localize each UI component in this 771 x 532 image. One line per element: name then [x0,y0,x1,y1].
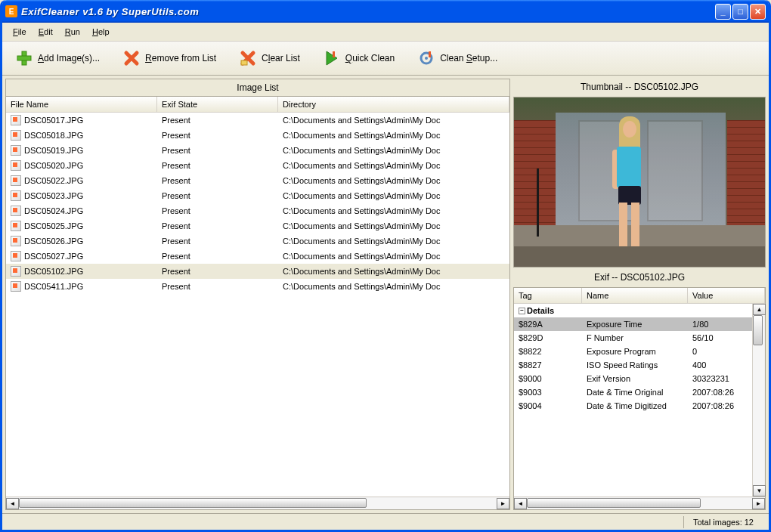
vscroll-track[interactable] [753,315,764,485]
cell-value: 56/10 [688,332,752,343]
scroll-up-button[interactable]: ▲ [753,304,766,315]
right-panel: Thumbnail -- DSC05102.JPG Exif -- DSC051… [513,79,766,510]
menu-run[interactable]: Run [60,26,85,38]
cell-filename: DSC05020.JPG [6,159,157,172]
image-file-icon [11,175,21,186]
titlebar[interactable]: E ExifCleaner v1.6 by SuperUtils.com _ □… [2,0,769,23]
clean-setup-button[interactable]: Clean Setup... [410,46,504,70]
clear-list-button[interactable]: Clear List [232,46,307,70]
svg-rect-6 [429,51,431,57]
add-images-button[interactable]: Add Image(s)... [8,46,107,70]
image-file-icon [11,130,21,141]
exif-row[interactable]: $9003Date & Time Original2007:08:26 [514,385,752,399]
table-row[interactable]: DSC05411.JPGPresentC:\Documents and Sett… [6,279,509,294]
window-controls: _ □ ✕ [715,4,766,20]
cell-tag: $8822 [514,346,582,357]
scroll-track[interactable] [19,498,497,509]
cell-dir: C:\Documents and Settings\Admin\My Doc [278,129,509,141]
play-icon [323,49,341,67]
cell-value: 400 [688,360,752,370]
remove-icon [122,49,141,67]
col-directory[interactable]: Directory [278,97,509,112]
table-row[interactable]: DSC05023.JPGPresentC:\Documents and Sett… [6,188,509,203]
scroll-right-button[interactable]: ► [497,498,509,509]
exif-hscroll-thumb[interactable] [527,498,701,508]
svg-point-5 [425,57,428,60]
cell-state: Present [157,129,278,141]
cell-tag: $9000 [514,373,582,384]
table-row[interactable]: DSC05019.JPGPresentC:\Documents and Sett… [6,143,509,158]
cell-tag: $8827 [514,360,582,370]
cell-filename: DSC05025.JPG [6,220,157,232]
table-row[interactable]: DSC05018.JPGPresentC:\Documents and Sett… [6,128,509,143]
cell-value: 2007:08:26 [688,401,752,411]
table-row[interactable]: DSC05027.JPGPresentC:\Documents and Sett… [6,249,509,264]
exif-vscrollbar[interactable]: ▲ ▼ [752,304,765,496]
scroll-down-button[interactable]: ▼ [753,485,766,496]
exif-scroll-left[interactable]: ◄ [514,498,527,509]
exif-scroll-right[interactable]: ► [752,498,765,509]
image-file-icon [11,145,21,156]
col-tag[interactable]: Tag [514,288,582,303]
cell-name: Exposure Program [582,346,688,357]
menu-help[interactable]: Help [88,26,114,38]
cell-name: Date & Time Digitized [582,401,688,411]
exif-headers: Tag Name Value [514,288,765,304]
remove-from-list-button[interactable]: Remove from List [116,46,223,70]
table-row[interactable]: DSC05102.JPGPresentC:\Documents and Sett… [6,264,509,279]
exif-row[interactable]: $8822Exposure Program0 [514,345,752,358]
collapse-icon[interactable]: − [519,308,525,314]
table-row[interactable]: DSC05025.JPGPresentC:\Documents and Sett… [6,218,509,234]
cell-filename: DSC05018.JPG [6,129,157,141]
vscroll-thumb[interactable] [753,315,763,345]
image-file-icon [11,190,21,201]
exif-row[interactable]: $9000Exif Version30323231 [514,372,752,385]
col-value[interactable]: Value [688,288,765,303]
cell-state: Present [157,265,278,277]
exif-hscroll-track[interactable] [527,498,752,509]
table-row[interactable]: DSC05017.JPGPresentC:\Documents and Sett… [6,113,509,128]
image-file-icon [11,266,21,277]
cell-filename: DSC05411.JPG [6,280,157,292]
table-row[interactable]: DSC05022.JPGPresentC:\Documents and Sett… [6,173,509,188]
plus-icon [15,49,33,67]
scroll-left-button[interactable]: ◄ [6,498,19,509]
image-list-scrollbar[interactable]: ◄ ► [6,496,509,509]
exif-row[interactable]: $829DF Number56/10 [514,331,752,345]
statusbar: Total images: 12 [2,513,769,530]
exif-hscrollbar[interactable]: ◄ ► [514,496,765,509]
quick-clean-button[interactable]: Quick Clean [316,46,401,70]
file-list[interactable]: DSC05017.JPGPresentC:\Documents and Sett… [6,113,509,496]
cell-filename: DSC05022.JPG [6,175,157,187]
minimize-button[interactable]: _ [715,4,731,20]
exif-row[interactable]: $829AExposure Time1/80 [514,317,752,331]
cell-filename: DSC05026.JPG [6,235,157,247]
exif-group-row[interactable]: − Details [514,304,752,317]
menu-edit[interactable]: Edit [34,26,57,38]
remove-from-list-label: Remove from List [145,53,216,63]
menubar: File Edit Run Help [2,23,769,42]
col-name[interactable]: Name [582,288,688,303]
table-row[interactable]: DSC05026.JPGPresentC:\Documents and Sett… [6,234,509,249]
menu-file[interactable]: File [8,26,31,38]
table-row[interactable]: DSC05024.JPGPresentC:\Documents and Sett… [6,203,509,218]
cell-state: Present [157,235,278,247]
exif-row[interactable]: $9004Date & Time Digitized2007:08:26 [514,399,752,413]
exif-rows[interactable]: − Details$829AExposure Time1/80$829DF Nu… [514,304,752,496]
svg-rect-2 [241,60,247,65]
scroll-thumb[interactable] [19,498,367,508]
maximize-button[interactable]: □ [732,4,748,20]
col-exifstate[interactable]: Exif State [157,97,278,112]
clear-icon [239,49,257,67]
image-file-icon [11,221,21,231]
cell-name: Exif Version [582,373,688,384]
image-list-headers: File Name Exif State Directory [6,97,509,113]
app-icon: E [5,5,17,17]
cell-value: 30323231 [688,373,752,384]
col-filename[interactable]: File Name [6,97,157,112]
close-button[interactable]: ✕ [750,4,766,20]
exif-row[interactable]: $8827ISO Speed Ratings400 [514,358,752,372]
image-file-icon [11,251,21,261]
table-row[interactable]: DSC05020.JPGPresentC:\Documents and Sett… [6,158,509,173]
status-total-images: Total images: 12 [683,516,763,528]
